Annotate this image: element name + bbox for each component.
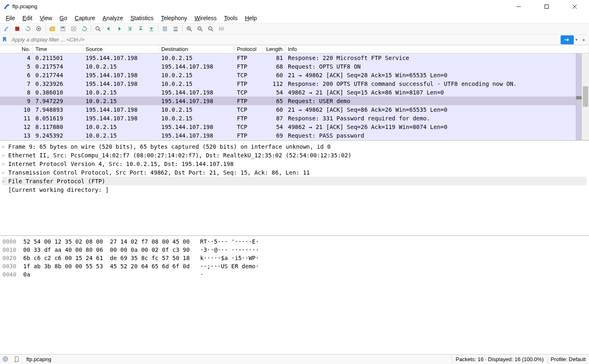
go-forward-icon[interactable] bbox=[114, 24, 124, 34]
minimize-button[interactable] bbox=[509, 0, 528, 13]
packet-list-scrollbar[interactable] bbox=[582, 53, 589, 140]
add-filter-button[interactable]: + bbox=[580, 35, 587, 44]
zoom-reset-icon[interactable] bbox=[206, 24, 216, 34]
expert-info-icon[interactable] bbox=[2, 356, 9, 363]
detail-node[interactable]: ▷Transmission Control Protocol, Src Port… bbox=[2, 168, 587, 177]
menu-telephony[interactable]: Telephony bbox=[158, 14, 190, 22]
status-file: ftp.pcapng bbox=[23, 355, 452, 364]
bookmark-icon[interactable] bbox=[2, 37, 8, 43]
packet-row[interactable]: 118.051619195.144.107.19810.0.2.15FTP87R… bbox=[0, 114, 589, 122]
hex-row[interactable]: 0040 0a · bbox=[2, 270, 587, 279]
menu-help[interactable]: Help bbox=[241, 14, 260, 22]
packet-row[interactable]: 97.94722910.0.2.15195.144.107.198FTP65Re… bbox=[0, 97, 589, 105]
svg-point-12 bbox=[96, 27, 99, 30]
display-filter-input[interactable] bbox=[10, 35, 559, 44]
menu-statistics[interactable]: Statistics bbox=[127, 14, 157, 22]
column-no[interactable]: No. bbox=[0, 45, 33, 53]
detail-text: Ethernet II, Src: PcsCompu_14:02:f7 (08:… bbox=[8, 152, 351, 159]
column-protocol[interactable]: Protocol bbox=[234, 45, 262, 53]
zoom-out-icon[interactable] bbox=[195, 24, 205, 34]
packet-row[interactable]: 40.211501195.144.107.19810.0.2.15FTP81Re… bbox=[0, 53, 589, 62]
menu-wireless[interactable]: Wireless bbox=[191, 14, 220, 22]
detail-node[interactable]: ▷Internet Protocol Version 4, Src: 10.0.… bbox=[2, 159, 587, 168]
capture-options-icon[interactable] bbox=[34, 24, 44, 34]
menu-view[interactable]: View bbox=[37, 14, 56, 22]
save-file-icon[interactable] bbox=[58, 24, 68, 34]
stop-capture-icon[interactable] bbox=[12, 24, 22, 34]
expand-caret-icon[interactable]: ▷ bbox=[2, 144, 8, 149]
expand-caret-icon[interactable]: ▷ bbox=[2, 170, 8, 175]
svg-rect-23 bbox=[174, 30, 178, 31]
packet-row[interactable]: 70.323926195.144.107.19810.0.2.15FTP112R… bbox=[0, 79, 589, 88]
goto-last-icon[interactable] bbox=[146, 24, 156, 34]
expand-caret-icon[interactable]: ▷ bbox=[2, 179, 8, 183]
menu-file[interactable]: File bbox=[2, 14, 19, 22]
open-file-icon[interactable] bbox=[47, 24, 57, 34]
svg-line-32 bbox=[211, 30, 213, 31]
detail-text: Internet Protocol Version 4, Src: 10.0.2… bbox=[8, 161, 234, 167]
hex-row[interactable]: 0030 1f ab 3b 8b 00 00 55 53 45 52 20 64… bbox=[2, 262, 587, 270]
packet-row[interactable]: 60.217744195.144.107.19810.0.2.15TCP6021… bbox=[0, 71, 589, 79]
svg-line-25 bbox=[190, 30, 192, 31]
detail-node[interactable]: ▷File Transfer Protocol (FTP) bbox=[2, 177, 587, 185]
status-packets: Packets: 16 · Displayed: 16 (100.0%) bbox=[452, 355, 547, 364]
packet-list-pane: No. Time Source Destination Protocol Len… bbox=[0, 45, 589, 141]
hex-row[interactable]: 0010 00 33 df aa 40 00 80 06 00 00 0a 00… bbox=[2, 246, 587, 254]
menu-go[interactable]: Go bbox=[56, 14, 71, 22]
svg-rect-4 bbox=[15, 27, 19, 31]
titlebar: ftp.pcapng bbox=[0, 0, 589, 13]
close-file-icon[interactable] bbox=[69, 24, 79, 34]
column-info[interactable]: Info bbox=[285, 45, 589, 53]
packet-row[interactable]: 80.38601010.0.2.15195.144.107.198TCP5449… bbox=[0, 88, 589, 97]
hex-row[interactable]: 0000 52 54 00 12 35 02 08 00 27 14 02 f7… bbox=[2, 237, 587, 246]
packet-bytes-pane: 0000 52 54 00 12 35 02 08 00 27 14 02 f7… bbox=[0, 236, 589, 354]
goto-packet-icon[interactable] bbox=[125, 24, 135, 34]
menu-capture[interactable]: Capture bbox=[72, 14, 99, 22]
filter-bar: ▾ + bbox=[0, 35, 589, 45]
detail-text: File Transfer Protocol (FTP) bbox=[8, 178, 105, 184]
column-destination[interactable]: Destination bbox=[159, 45, 234, 53]
filter-dropdown-icon[interactable]: ▾ bbox=[574, 37, 579, 42]
status-profile[interactable]: Profile: Default bbox=[547, 355, 589, 364]
colorize-icon[interactable] bbox=[171, 24, 181, 34]
packet-row[interactable]: 107.948893195.144.107.19810.0.2.15TCP602… bbox=[0, 105, 589, 114]
autoscroll-icon[interactable] bbox=[160, 24, 170, 34]
zoom-in-icon[interactable] bbox=[184, 24, 194, 34]
detail-node[interactable]: ▷Ethernet II, Src: PcsCompu_14:02:f7 (08… bbox=[2, 151, 587, 159]
packet-row[interactable]: 128.11788010.0.2.15195.144.107.198TCP544… bbox=[0, 122, 589, 131]
reload-icon[interactable] bbox=[79, 24, 89, 34]
column-time[interactable]: Time bbox=[33, 45, 83, 53]
packet-list-header: No. Time Source Destination Protocol Len… bbox=[0, 45, 589, 53]
menubar: FileEditViewGoCaptureAnalyzeStatisticsTe… bbox=[0, 13, 589, 23]
svg-point-36 bbox=[3, 357, 8, 362]
column-length[interactable]: Length bbox=[262, 45, 285, 53]
maximize-button[interactable] bbox=[537, 0, 556, 13]
filter-expression-button[interactable] bbox=[561, 35, 574, 44]
detail-text: Frame 9: 65 bytes on wire (520 bits), 65… bbox=[8, 143, 331, 150]
capture-file-properties-icon[interactable] bbox=[14, 356, 21, 363]
app-icon bbox=[3, 3, 10, 10]
go-back-icon[interactable] bbox=[104, 24, 114, 34]
detail-node[interactable]: ▷Frame 9: 65 bytes on wire (520 bits), 6… bbox=[2, 142, 587, 151]
restart-capture-icon[interactable] bbox=[23, 24, 33, 34]
svg-rect-18 bbox=[163, 27, 167, 31]
packet-row[interactable]: 139.24539210.0.2.15195.144.107.198FTP69R… bbox=[0, 131, 589, 140]
resize-columns-icon[interactable] bbox=[216, 24, 226, 34]
svg-rect-22 bbox=[174, 28, 178, 30]
goto-first-icon[interactable] bbox=[136, 24, 146, 34]
packet-minimap[interactable] bbox=[576, 53, 582, 140]
find-packet-icon[interactable] bbox=[93, 24, 103, 34]
hex-row[interactable]: 0020 6b c6 c2 c6 00 15 24 61 de 69 35 8c… bbox=[2, 254, 587, 262]
column-source[interactable]: Source bbox=[83, 45, 159, 53]
menu-tools[interactable]: Tools bbox=[221, 14, 241, 22]
svg-line-29 bbox=[201, 30, 202, 31]
close-button[interactable] bbox=[565, 0, 584, 13]
expand-caret-icon[interactable]: ▷ bbox=[2, 153, 8, 157]
menu-analyze[interactable]: Analyze bbox=[99, 14, 126, 22]
toolbar bbox=[0, 23, 589, 35]
packet-row[interactable]: 50.21757410.0.2.15195.144.107.198FTP68Re… bbox=[0, 62, 589, 71]
detail-node[interactable]: [Current working directory: ] bbox=[2, 185, 587, 194]
start-capture-icon[interactable] bbox=[2, 24, 12, 34]
expand-caret-icon[interactable]: ▷ bbox=[2, 161, 8, 166]
menu-edit[interactable]: Edit bbox=[19, 14, 36, 22]
